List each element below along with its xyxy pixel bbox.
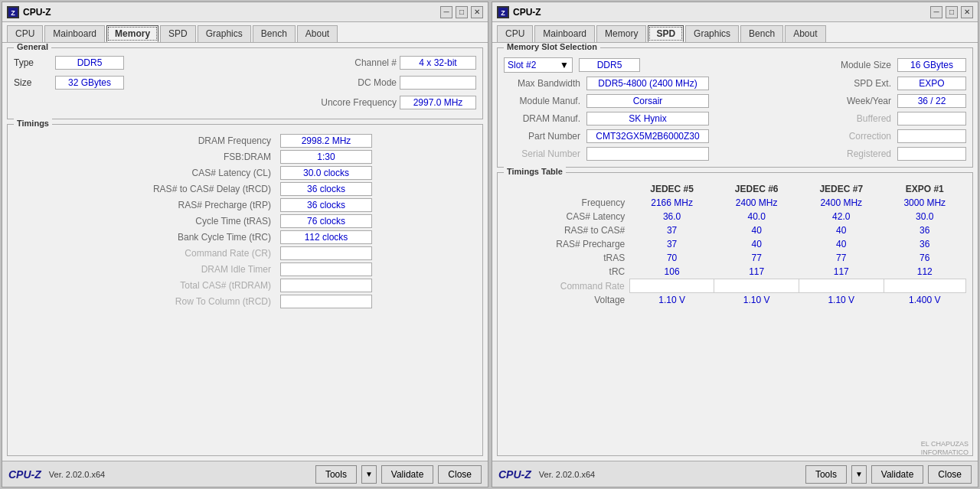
minimize-btn-left[interactable]: ─ (440, 6, 452, 18)
watermark: EL CHAPUZASINFORMATICO (921, 440, 969, 458)
footer-logo-right: CPU-Z (498, 468, 531, 481)
col-expo1-header: EXPO #1 (884, 182, 965, 196)
table-row-voltage: Voltage 1.10 V 1.10 V 1.10 V 1.400 V (504, 293, 966, 308)
tab-about-left[interactable]: About (297, 25, 338, 42)
voltage-jedec7: 1.10 V (799, 293, 884, 308)
maximize-btn-right[interactable]: □ (946, 6, 958, 18)
validate-btn-right[interactable]: Validate (871, 465, 923, 484)
tab-memory-right[interactable]: Memory (596, 25, 646, 42)
slot-dropdown[interactable]: Slot #2 ▼ (504, 57, 573, 73)
trcd2-expo1: 36 (884, 223, 965, 237)
tab-graphics-left[interactable]: Graphics (198, 25, 251, 42)
max-bandwidth-value: DDR5-4800 (2400 MHz) (586, 77, 709, 90)
tab-spd-right[interactable]: SPD (648, 25, 684, 42)
close-btn-footer-left[interactable]: Close (438, 465, 482, 484)
trcd2-label: RAS# to CAS# (504, 223, 629, 237)
timing-row-cl: CAS# Latency (CL) 30.0 clocks (14, 166, 476, 180)
tools-btn-right[interactable]: Tools (805, 465, 847, 484)
dropdown-arrow-icon: ▼ (560, 60, 569, 70)
trc2-jedec5: 106 (629, 265, 714, 279)
cl-value: 30.0 clocks (280, 166, 372, 180)
maximize-btn-left[interactable]: □ (456, 6, 468, 18)
correction-label: Correction (849, 131, 891, 142)
max-bandwidth-label: Max Bandwidth (504, 78, 580, 89)
validate-btn-left[interactable]: Validate (381, 465, 433, 484)
trc2-label: tRC (504, 265, 629, 279)
tab-mainboard-left[interactable]: Mainboard (44, 25, 105, 42)
module-manuf-value: Corsair (586, 94, 709, 108)
close-btn-left[interactable]: ✕ (471, 6, 483, 18)
timing-row-trp: RAS# Precharge (tRP) 36 clocks (14, 198, 476, 212)
timings-group: Timings DRAM Frequency 2998.2 MHz FSB:DR… (7, 124, 483, 456)
timings-table-group: Timings Table JEDEC #5 JEDEC #6 JEDEC #7… (497, 172, 973, 456)
tab-spd-left[interactable]: SPD (160, 25, 196, 42)
tab-cpu-right[interactable]: CPU (497, 25, 533, 42)
trp-value: 36 clocks (280, 198, 372, 212)
trcd2-jedec6: 40 (714, 223, 799, 237)
minimize-btn-right[interactable]: ─ (930, 6, 942, 18)
timing-row-row-to-col: Row To Column (tRCD) (14, 295, 476, 308)
slot-selection-group: Memory Slot Selection Slot #2 ▼ DDR5 Mod… (497, 47, 973, 168)
table-row-trc2: tRC 106 117 117 112 (504, 265, 966, 279)
cr-value (280, 246, 372, 260)
tools-btn-left[interactable]: Tools (315, 465, 357, 484)
slot-selection-label: Memory Slot Selection (504, 43, 600, 51)
col-label-header (504, 182, 629, 196)
week-year-value: 36 / 22 (897, 94, 966, 108)
table-row-trcd2: RAS# to CAS# 37 40 40 36 (504, 223, 966, 237)
rp-label: RAS# Precharge (504, 237, 629, 251)
tab-bench-left[interactable]: Bench (253, 25, 296, 42)
tab-bench-right[interactable]: Bench (740, 25, 783, 42)
tab-memory-left[interactable]: Memory (106, 25, 158, 42)
spd-ext-label: SPD Ext. (854, 78, 891, 89)
col-jedec6-header: JEDEC #6 (714, 182, 799, 196)
general-group-label: General (14, 43, 51, 51)
timing-row-dram-freq: DRAM Frequency 2998.2 MHz (14, 134, 476, 148)
type-value: DDR5 (55, 56, 124, 70)
close-btn-footer-right[interactable]: Close (928, 465, 972, 484)
week-year-label: Week/Year (847, 96, 891, 106)
table-row-cr2: Command Rate (504, 279, 966, 293)
close-btn-right[interactable]: ✕ (961, 6, 973, 18)
voltage-expo1: 1.400 V (884, 293, 965, 308)
timing-row-cr: Command Rate (CR) (14, 246, 476, 260)
app-icon-right: Z (497, 6, 509, 18)
trcd2-jedec7: 40 (799, 223, 884, 237)
freq-jedec6: 2400 MHz (714, 196, 799, 210)
voltage-label: Voltage (504, 293, 629, 308)
window-left: Z CPU-Z ─ □ ✕ CPU Mainboard Memory SPD G… (2, 2, 488, 487)
timings-group-label: Timings (14, 119, 52, 128)
col-jedec7-header: JEDEC #7 (799, 182, 884, 196)
cr2-jedec6 (714, 279, 799, 293)
tab-about-right[interactable]: About (785, 25, 825, 42)
cl-jedec7: 42.0 (799, 210, 884, 223)
tools-dropdown-right[interactable]: ▼ (851, 465, 867, 484)
tools-dropdown-left[interactable]: ▼ (361, 465, 377, 484)
general-group: General Type DDR5 Channel # 4 x 32-bit S… (7, 47, 483, 119)
dram-manuf-value: SK Hynix (586, 112, 709, 126)
serial-number-label: Serial Number (504, 148, 580, 159)
app-icon-left: Z (7, 6, 19, 18)
title-text-left: CPU-Z (23, 7, 51, 18)
rp-jedec5: 37 (629, 237, 714, 251)
tab-bar-right: CPU Mainboard Memory SPD Graphics Bench … (492, 22, 978, 43)
tras2-label: tRAS (504, 251, 629, 265)
tras2-jedec6: 77 (714, 251, 799, 265)
trcd2-jedec5: 37 (629, 223, 714, 237)
cr2-label: Command Rate (504, 279, 629, 293)
tab-mainboard-right[interactable]: Mainboard (534, 25, 595, 42)
freq-expo1: 3000 MHz (884, 196, 965, 210)
rp-expo1: 36 (884, 237, 965, 251)
col-jedec5-header: JEDEC #5 (629, 182, 714, 196)
row-to-col-value (280, 295, 372, 308)
cl-label: CAS# Latency (504, 210, 629, 223)
tab-cpu-left[interactable]: CPU (7, 25, 43, 42)
voltage-jedec6: 1.10 V (714, 293, 799, 308)
footer-logo-left: CPU-Z (8, 468, 41, 481)
title-bar-left: Z CPU-Z ─ □ ✕ (2, 2, 488, 22)
dram-freq-value: 2998.2 MHz (280, 134, 372, 148)
timing-row-idle: DRAM Idle Timer (14, 262, 476, 276)
buffered-value (897, 112, 966, 126)
tab-graphics-right[interactable]: Graphics (685, 25, 739, 42)
footer-left: CPU-Z Ver. 2.02.0.x64 Tools ▼ Validate C… (2, 461, 488, 487)
